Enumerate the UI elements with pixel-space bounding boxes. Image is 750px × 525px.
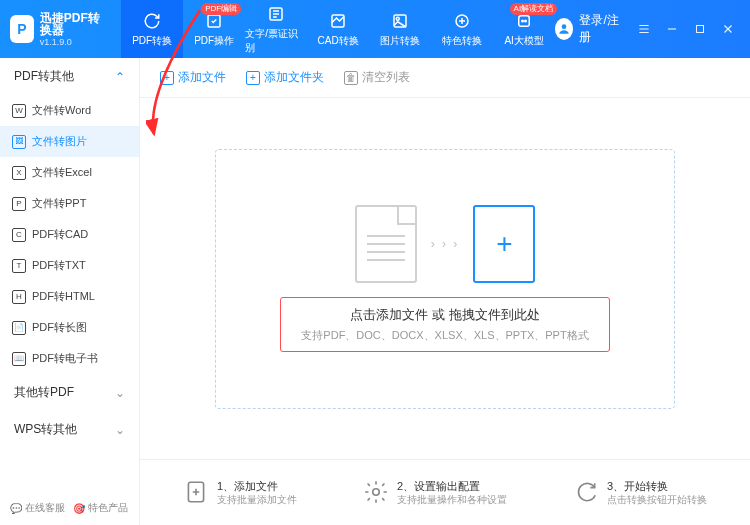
sidebar-item-8[interactable]: 📖PDF转电子书 — [0, 343, 139, 374]
top-tabs: PDF转换 PDF编辑 PDF操作 文字/票证识别 CAD转换 图片转换 特色转… — [121, 0, 555, 58]
file-type-icon: C — [12, 228, 26, 242]
close-button[interactable] — [716, 17, 740, 41]
sidebar-group-other-to-pdf[interactable]: 其他转PDF ⌄ — [0, 374, 139, 411]
text-icon — [266, 4, 286, 24]
tab-label: AI大模型 — [504, 34, 543, 48]
file-type-icon: H — [12, 290, 26, 304]
app-logo-icon: P — [10, 15, 34, 43]
tab-pdf-op[interactable]: PDF编辑 PDF操作 — [183, 0, 245, 58]
sidebar-item-label: 文件转图片 — [32, 134, 87, 149]
steps-bar: 1、添加文件支持批量添加文件 2、设置输出配置支持批量操作和各种设置 3、开始转… — [140, 459, 750, 525]
refresh-icon — [142, 11, 162, 31]
app-version: v1.1.9.0 — [40, 38, 111, 47]
step-gear-icon — [363, 479, 389, 505]
window-controls — [632, 17, 750, 41]
sidebar-group-pdf-to-other[interactable]: PDF转其他 ⌃ — [0, 58, 139, 95]
dots-icon: › › › — [431, 237, 460, 251]
drop-hint-sub: 支持PDF、DOC、DOCX、XLSX、XLS、PPTX、PPT格式 — [301, 328, 588, 343]
file-type-icon: 🖼 — [12, 135, 26, 149]
add-folder-button[interactable]: + 添加文件夹 — [246, 69, 324, 86]
svg-point-4 — [396, 17, 399, 20]
tab-special[interactable]: 特色转换 — [431, 0, 493, 58]
sidebar-item-4[interactable]: CPDF转CAD — [0, 219, 139, 250]
login-label: 登录/注册 — [579, 12, 622, 46]
sidebar-item-1[interactable]: 🖼文件转图片 — [0, 126, 139, 157]
image-icon — [390, 11, 410, 31]
tab-pdf-convert[interactable]: PDF转换 — [121, 0, 183, 58]
tab-cad[interactable]: CAD转换 — [307, 0, 369, 58]
sidebar-item-6[interactable]: HPDF转HTML — [0, 281, 139, 312]
document-icon — [355, 205, 417, 283]
tab-image[interactable]: 图片转换 — [369, 0, 431, 58]
add-file-button[interactable]: + 添加文件 — [160, 69, 226, 86]
sidebar-item-label: 文件转Excel — [32, 165, 92, 180]
tab-ai[interactable]: AI解读文档 AI大模型 — [493, 0, 555, 58]
step-convert-icon — [573, 479, 599, 505]
file-type-icon: 📖 — [12, 352, 26, 366]
sidebar-item-label: PDF转CAD — [32, 227, 88, 242]
avatar-icon — [555, 18, 573, 40]
sidebar-item-label: 文件转Word — [32, 103, 91, 118]
featured-products-link[interactable]: 🎯 特色产品 — [73, 501, 128, 515]
folder-plus-icon: + — [246, 71, 260, 85]
main-area: + 添加文件 + 添加文件夹 🗑 清空列表 › › › + — [140, 58, 750, 525]
step-add-icon — [183, 479, 209, 505]
file-type-icon: X — [12, 166, 26, 180]
tab-label: 图片转换 — [380, 34, 420, 48]
titlebar: P 迅捷PDF转换器 v1.1.9.0 PDF转换 PDF编辑 PDF操作 文字… — [0, 0, 750, 58]
sidebar-item-label: PDF转长图 — [32, 320, 87, 335]
sidebar: PDF转其他 ⌃ W文件转Word🖼文件转图片X文件转ExcelP文件转PPTC… — [0, 58, 140, 525]
tab-label: PDF操作 — [194, 34, 234, 48]
sidebar-item-7[interactable]: 📄PDF转长图 — [0, 312, 139, 343]
badge-pdf-edit: PDF编辑 — [201, 3, 241, 15]
svg-point-8 — [525, 20, 527, 22]
chevron-up-icon: ⌃ — [115, 70, 125, 84]
tab-ocr[interactable]: 文字/票证识别 — [245, 0, 307, 58]
sidebar-item-2[interactable]: X文件转Excel — [0, 157, 139, 188]
sidebar-item-0[interactable]: W文件转Word — [0, 95, 139, 126]
hint-box: 点击添加文件 或 拖拽文件到此处 支持PDF、DOC、DOCX、XLSX、XLS… — [280, 297, 609, 352]
chevron-down-icon: ⌄ — [115, 386, 125, 400]
cad-icon — [328, 11, 348, 31]
sidebar-footer: 💬 在线客服 🎯 特色产品 — [0, 491, 139, 525]
customer-service-link[interactable]: 💬 在线客服 — [10, 501, 65, 515]
step-1: 1、添加文件支持批量添加文件 — [183, 479, 297, 506]
tab-label: 特色转换 — [442, 34, 482, 48]
sidebar-item-5[interactable]: TPDF转TXT — [0, 250, 139, 281]
step-2: 2、设置输出配置支持批量操作和各种设置 — [363, 479, 507, 506]
file-type-icon: 📄 — [12, 321, 26, 335]
drop-icons: › › › + — [355, 205, 536, 283]
sidebar-item-3[interactable]: P文件转PPT — [0, 188, 139, 219]
sidebar-item-label: PDF转TXT — [32, 258, 86, 273]
sidebar-group-wps[interactable]: WPS转其他 ⌄ — [0, 411, 139, 448]
add-icon: + — [473, 205, 535, 283]
drop-box: › › › + 点击添加文件 或 拖拽文件到此处 支持PDF、DOC、DOCX、… — [215, 149, 675, 409]
sidebar-item-label: PDF转电子书 — [32, 351, 98, 366]
svg-rect-10 — [697, 26, 704, 33]
file-type-icon: T — [12, 259, 26, 273]
star-icon — [452, 11, 472, 31]
badge-ai: AI解读文档 — [510, 3, 558, 15]
clear-list-button[interactable]: 🗑 清空列表 — [344, 69, 410, 86]
app-title: 迅捷PDF转换器 — [40, 12, 111, 36]
maximize-button[interactable] — [688, 17, 712, 41]
sidebar-item-label: 文件转PPT — [32, 196, 86, 211]
login-button[interactable]: 登录/注册 — [555, 12, 622, 46]
plus-icon: + — [160, 71, 174, 85]
sidebar-item-label: PDF转HTML — [32, 289, 95, 304]
tab-label: PDF转换 — [132, 34, 172, 48]
drop-area[interactable]: › › › + 点击添加文件 或 拖拽文件到此处 支持PDF、DOC、DOCX、… — [140, 98, 750, 459]
file-type-icon: W — [12, 104, 26, 118]
svg-point-12 — [373, 489, 380, 496]
tab-label: 文字/票证识别 — [245, 27, 307, 55]
tab-label: CAD转换 — [318, 34, 359, 48]
step-3: 3、开始转换点击转换按钮开始转换 — [573, 479, 707, 506]
minimize-button[interactable] — [660, 17, 684, 41]
svg-point-9 — [562, 24, 567, 29]
trash-icon: 🗑 — [344, 71, 358, 85]
toolbar: + 添加文件 + 添加文件夹 🗑 清空列表 — [140, 58, 750, 98]
menu-button[interactable] — [632, 17, 656, 41]
svg-point-7 — [522, 20, 524, 22]
file-type-icon: P — [12, 197, 26, 211]
drop-hint-main: 点击添加文件 或 拖拽文件到此处 — [301, 306, 588, 324]
